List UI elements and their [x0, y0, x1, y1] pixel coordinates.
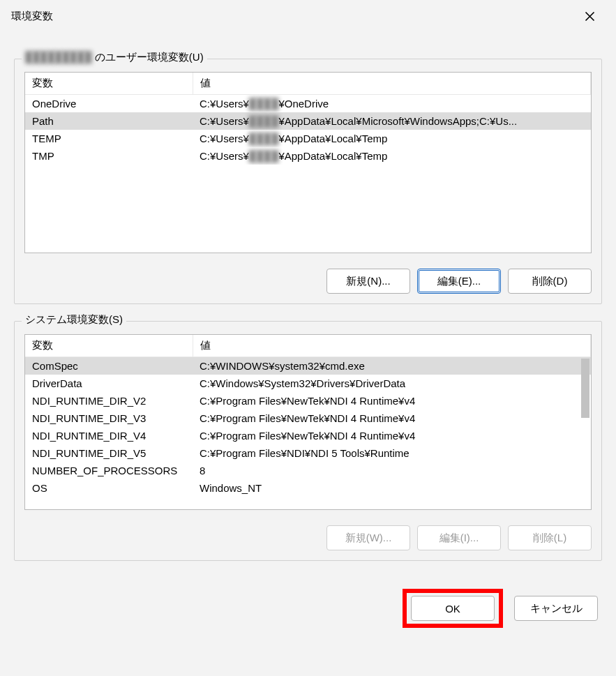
table-row[interactable]: NDI_RUNTIME_DIR_V2C:¥Program Files¥NewTe…: [25, 392, 591, 410]
table-row[interactable]: NDI_RUNTIME_DIR_V5C:¥Program Files¥NDI¥N…: [25, 444, 591, 462]
user-col-value[interactable]: 値: [193, 73, 591, 95]
var-cell: OneDrive: [25, 95, 193, 113]
scrollbar-thumb[interactable]: [581, 359, 589, 418]
sys-delete-button[interactable]: 削除(L): [508, 525, 592, 550]
user-env-group: █████████ のユーザー環境変数(U) 変数 値 OneDriveC:¥U…: [14, 59, 602, 304]
val-cell: 8: [193, 462, 591, 479]
table-row[interactable]: NUMBER_OF_PROCESSORS8: [25, 462, 591, 479]
val-cell: C:¥WINDOWS¥system32¥cmd.exe: [193, 357, 591, 375]
user-delete-button[interactable]: 削除(D): [508, 269, 592, 294]
system-env-group-label: システム環境変数(S): [22, 313, 126, 326]
val-cell: C:¥Program Files¥NewTek¥NDI 4 Runtime¥v4: [193, 427, 591, 444]
table-row[interactable]: PathC:¥Users¥████¥AppData¥Local¥Microsof…: [25, 112, 591, 130]
table-row[interactable]: ComSpecC:¥WINDOWS¥system32¥cmd.exe: [25, 357, 591, 375]
var-cell: TEMP: [25, 130, 193, 147]
user-col-variable[interactable]: 変数: [25, 73, 193, 95]
var-cell: Path: [25, 112, 193, 130]
val-cell: C:¥Program Files¥NDI¥NDI 5 Tools¥Runtime: [193, 444, 591, 462]
val-cell: C:¥Program Files¥NewTek¥NDI 4 Runtime¥v4: [193, 410, 591, 427]
var-cell: NDI_RUNTIME_DIR_V2: [25, 392, 193, 410]
var-cell: NUMBER_OF_PROCESSORS: [25, 462, 193, 479]
user-edit-button[interactable]: 編集(E)...: [417, 269, 501, 294]
system-env-group: システム環境変数(S) 変数 値 ComSpecC:¥WINDOWS¥syste…: [14, 321, 602, 561]
sys-col-value[interactable]: 値: [193, 335, 591, 357]
user-env-group-label: █████████ のユーザー環境変数(U): [22, 51, 207, 64]
val-cell: C:¥Users¥████¥AppData¥Local¥Microsoft¥Wi…: [193, 112, 591, 130]
table-row[interactable]: TMPC:¥Users¥████¥AppData¥Local¥Temp: [25, 147, 591, 165]
user-new-button[interactable]: 新規(N)...: [326, 269, 410, 294]
var-cell: OS: [25, 479, 193, 497]
var-cell: ComSpec: [25, 357, 193, 375]
table-row[interactable]: OSWindows_NT: [25, 479, 591, 497]
var-cell: NDI_RUNTIME_DIR_V4: [25, 427, 193, 444]
close-button[interactable]: [574, 1, 605, 31]
var-cell: DriverData: [25, 375, 193, 392]
titlebar: 環境変数: [0, 0, 616, 32]
cancel-button[interactable]: キャンセル: [514, 596, 598, 621]
table-row[interactable]: TEMPC:¥Users¥████¥AppData¥Local¥Temp: [25, 130, 591, 147]
table-row[interactable]: NDI_RUNTIME_DIR_V4C:¥Program Files¥NewTe…: [25, 427, 591, 444]
sys-new-button[interactable]: 新規(W)...: [326, 525, 410, 550]
table-row[interactable]: DriverDataC:¥Windows¥System32¥Drivers¥Dr…: [25, 375, 591, 392]
table-row[interactable]: OneDriveC:¥Users¥████¥OneDrive: [25, 95, 591, 113]
var-cell: TMP: [25, 147, 193, 165]
val-cell: C:¥Windows¥System32¥Drivers¥DriverData: [193, 375, 591, 392]
val-cell: C:¥Users¥████¥AppData¥Local¥Temp: [193, 147, 591, 165]
system-env-table[interactable]: 変数 値 ComSpecC:¥WINDOWS¥system32¥cmd.exeD…: [24, 334, 592, 510]
ok-highlight-box: OK: [403, 589, 503, 628]
sys-edit-button[interactable]: 編集(I)...: [417, 525, 501, 550]
var-cell: NDI_RUNTIME_DIR_V5: [25, 444, 193, 462]
val-cell: C:¥Users¥████¥AppData¥Local¥Temp: [193, 130, 591, 147]
sys-col-variable[interactable]: 変数: [25, 335, 193, 357]
val-cell: Windows_NT: [193, 479, 591, 497]
val-cell: C:¥Users¥████¥OneDrive: [193, 95, 591, 113]
table-row[interactable]: NDI_RUNTIME_DIR_V3C:¥Program Files¥NewTe…: [25, 410, 591, 427]
var-cell: NDI_RUNTIME_DIR_V3: [25, 410, 193, 427]
user-env-table[interactable]: 変数 値 OneDriveC:¥Users¥████¥OneDrivePathC…: [24, 72, 592, 253]
window-title: 環境変数: [11, 10, 53, 23]
ok-button[interactable]: OK: [411, 596, 495, 621]
close-icon: [585, 11, 595, 22]
val-cell: C:¥Program Files¥NewTek¥NDI 4 Runtime¥v4: [193, 392, 591, 410]
